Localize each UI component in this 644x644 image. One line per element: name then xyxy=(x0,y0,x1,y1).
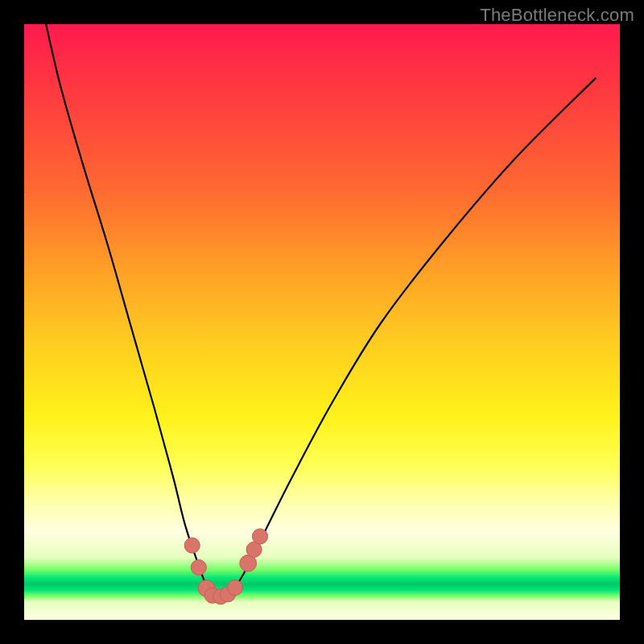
bottleneck-curve xyxy=(42,6,596,597)
curve-marker xyxy=(252,529,267,544)
curve-marker xyxy=(227,580,242,595)
curve-layer xyxy=(24,24,620,620)
marker-layer xyxy=(184,529,268,605)
plot-area xyxy=(24,24,620,620)
curve-marker xyxy=(184,538,200,553)
curve-marker xyxy=(191,559,206,575)
outer-frame: TheBottleneck.com xyxy=(0,0,644,644)
watermark-text: TheBottleneck.com xyxy=(480,5,634,26)
